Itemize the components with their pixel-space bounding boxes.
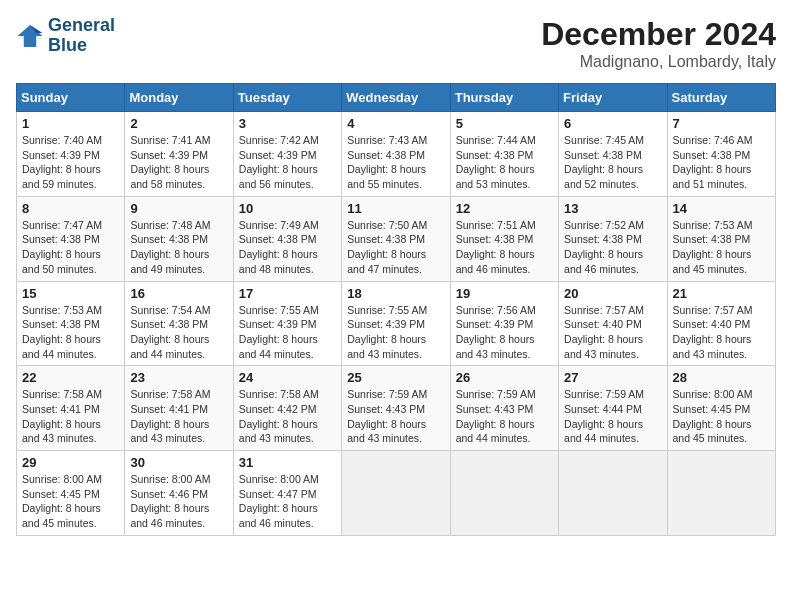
calendar-cell: 20Sunrise: 7:57 AMSunset: 4:40 PMDayligh… (559, 281, 667, 366)
cell-info: Sunrise: 7:59 AMSunset: 4:43 PMDaylight:… (456, 387, 553, 446)
day-number: 31 (239, 455, 336, 470)
day-number: 7 (673, 116, 770, 131)
day-number: 20 (564, 286, 661, 301)
day-number: 5 (456, 116, 553, 131)
day-number: 8 (22, 201, 119, 216)
calendar-cell: 6Sunrise: 7:45 AMSunset: 4:38 PMDaylight… (559, 112, 667, 197)
day-number: 25 (347, 370, 444, 385)
day-number: 3 (239, 116, 336, 131)
svg-marker-0 (18, 25, 43, 47)
calendar-cell: 13Sunrise: 7:52 AMSunset: 4:38 PMDayligh… (559, 196, 667, 281)
header-friday: Friday (559, 84, 667, 112)
week-row-0: 1Sunrise: 7:40 AMSunset: 4:39 PMDaylight… (17, 112, 776, 197)
cell-info: Sunrise: 7:51 AMSunset: 4:38 PMDaylight:… (456, 218, 553, 277)
cell-info: Sunrise: 7:58 AMSunset: 4:41 PMDaylight:… (130, 387, 227, 446)
calendar-cell: 9Sunrise: 7:48 AMSunset: 4:38 PMDaylight… (125, 196, 233, 281)
day-number: 2 (130, 116, 227, 131)
cell-info: Sunrise: 7:56 AMSunset: 4:39 PMDaylight:… (456, 303, 553, 362)
calendar-cell: 10Sunrise: 7:49 AMSunset: 4:38 PMDayligh… (233, 196, 341, 281)
day-number: 10 (239, 201, 336, 216)
day-number: 22 (22, 370, 119, 385)
calendar-table: SundayMondayTuesdayWednesdayThursdayFrid… (16, 83, 776, 536)
cell-info: Sunrise: 7:57 AMSunset: 4:40 PMDaylight:… (673, 303, 770, 362)
logo-icon (16, 22, 44, 50)
header-row: SundayMondayTuesdayWednesdayThursdayFrid… (17, 84, 776, 112)
header-sunday: Sunday (17, 84, 125, 112)
day-number: 21 (673, 286, 770, 301)
cell-info: Sunrise: 7:42 AMSunset: 4:39 PMDaylight:… (239, 133, 336, 192)
cell-info: Sunrise: 8:00 AMSunset: 4:45 PMDaylight:… (673, 387, 770, 446)
calendar-cell: 29Sunrise: 8:00 AMSunset: 4:45 PMDayligh… (17, 451, 125, 536)
calendar-cell: 16Sunrise: 7:54 AMSunset: 4:38 PMDayligh… (125, 281, 233, 366)
header-tuesday: Tuesday (233, 84, 341, 112)
day-number: 19 (456, 286, 553, 301)
calendar-cell: 2Sunrise: 7:41 AMSunset: 4:39 PMDaylight… (125, 112, 233, 197)
cell-info: Sunrise: 8:00 AMSunset: 4:46 PMDaylight:… (130, 472, 227, 531)
day-number: 9 (130, 201, 227, 216)
page-header: General Blue December 2024 Madignano, Lo… (16, 16, 776, 71)
header-thursday: Thursday (450, 84, 558, 112)
calendar-cell: 7Sunrise: 7:46 AMSunset: 4:38 PMDaylight… (667, 112, 775, 197)
cell-info: Sunrise: 7:53 AMSunset: 4:38 PMDaylight:… (673, 218, 770, 277)
calendar-body: 1Sunrise: 7:40 AMSunset: 4:39 PMDaylight… (17, 112, 776, 536)
header-wednesday: Wednesday (342, 84, 450, 112)
day-number: 30 (130, 455, 227, 470)
week-row-4: 29Sunrise: 8:00 AMSunset: 4:45 PMDayligh… (17, 451, 776, 536)
day-number: 1 (22, 116, 119, 131)
day-number: 14 (673, 201, 770, 216)
cell-info: Sunrise: 7:58 AMSunset: 4:41 PMDaylight:… (22, 387, 119, 446)
calendar-cell: 5Sunrise: 7:44 AMSunset: 4:38 PMDaylight… (450, 112, 558, 197)
calendar-header: SundayMondayTuesdayWednesdayThursdayFrid… (17, 84, 776, 112)
week-row-2: 15Sunrise: 7:53 AMSunset: 4:38 PMDayligh… (17, 281, 776, 366)
calendar-cell: 19Sunrise: 7:56 AMSunset: 4:39 PMDayligh… (450, 281, 558, 366)
calendar-cell: 22Sunrise: 7:58 AMSunset: 4:41 PMDayligh… (17, 366, 125, 451)
calendar-cell: 12Sunrise: 7:51 AMSunset: 4:38 PMDayligh… (450, 196, 558, 281)
week-row-3: 22Sunrise: 7:58 AMSunset: 4:41 PMDayligh… (17, 366, 776, 451)
calendar-cell: 11Sunrise: 7:50 AMSunset: 4:38 PMDayligh… (342, 196, 450, 281)
cell-info: Sunrise: 8:00 AMSunset: 4:47 PMDaylight:… (239, 472, 336, 531)
day-number: 27 (564, 370, 661, 385)
cell-info: Sunrise: 7:50 AMSunset: 4:38 PMDaylight:… (347, 218, 444, 277)
calendar-cell: 28Sunrise: 8:00 AMSunset: 4:45 PMDayligh… (667, 366, 775, 451)
day-number: 11 (347, 201, 444, 216)
calendar-cell: 4Sunrise: 7:43 AMSunset: 4:38 PMDaylight… (342, 112, 450, 197)
cell-info: Sunrise: 7:59 AMSunset: 4:44 PMDaylight:… (564, 387, 661, 446)
logo-text: General Blue (48, 16, 115, 56)
day-number: 16 (130, 286, 227, 301)
day-number: 6 (564, 116, 661, 131)
calendar-cell: 30Sunrise: 8:00 AMSunset: 4:46 PMDayligh… (125, 451, 233, 536)
cell-info: Sunrise: 7:49 AMSunset: 4:38 PMDaylight:… (239, 218, 336, 277)
calendar-cell: 24Sunrise: 7:58 AMSunset: 4:42 PMDayligh… (233, 366, 341, 451)
cell-info: Sunrise: 7:58 AMSunset: 4:42 PMDaylight:… (239, 387, 336, 446)
calendar-cell: 18Sunrise: 7:55 AMSunset: 4:39 PMDayligh… (342, 281, 450, 366)
calendar-cell (667, 451, 775, 536)
calendar-cell (342, 451, 450, 536)
calendar-cell (450, 451, 558, 536)
day-number: 12 (456, 201, 553, 216)
cell-info: Sunrise: 7:46 AMSunset: 4:38 PMDaylight:… (673, 133, 770, 192)
cell-info: Sunrise: 7:45 AMSunset: 4:38 PMDaylight:… (564, 133, 661, 192)
cell-info: Sunrise: 7:59 AMSunset: 4:43 PMDaylight:… (347, 387, 444, 446)
cell-info: Sunrise: 7:48 AMSunset: 4:38 PMDaylight:… (130, 218, 227, 277)
day-number: 13 (564, 201, 661, 216)
calendar-cell: 14Sunrise: 7:53 AMSunset: 4:38 PMDayligh… (667, 196, 775, 281)
logo: General Blue (16, 16, 115, 56)
cell-info: Sunrise: 7:41 AMSunset: 4:39 PMDaylight:… (130, 133, 227, 192)
sub-title: Madignano, Lombardy, Italy (541, 53, 776, 71)
calendar-cell: 8Sunrise: 7:47 AMSunset: 4:38 PMDaylight… (17, 196, 125, 281)
calendar-cell: 25Sunrise: 7:59 AMSunset: 4:43 PMDayligh… (342, 366, 450, 451)
day-number: 17 (239, 286, 336, 301)
calendar-cell (559, 451, 667, 536)
day-number: 24 (239, 370, 336, 385)
day-number: 18 (347, 286, 444, 301)
calendar-cell: 21Sunrise: 7:57 AMSunset: 4:40 PMDayligh… (667, 281, 775, 366)
day-number: 4 (347, 116, 444, 131)
calendar-cell: 23Sunrise: 7:58 AMSunset: 4:41 PMDayligh… (125, 366, 233, 451)
cell-info: Sunrise: 7:53 AMSunset: 4:38 PMDaylight:… (22, 303, 119, 362)
main-title: December 2024 (541, 16, 776, 53)
calendar-cell: 26Sunrise: 7:59 AMSunset: 4:43 PMDayligh… (450, 366, 558, 451)
week-row-1: 8Sunrise: 7:47 AMSunset: 4:38 PMDaylight… (17, 196, 776, 281)
cell-info: Sunrise: 7:47 AMSunset: 4:38 PMDaylight:… (22, 218, 119, 277)
header-monday: Monday (125, 84, 233, 112)
calendar-cell: 3Sunrise: 7:42 AMSunset: 4:39 PMDaylight… (233, 112, 341, 197)
